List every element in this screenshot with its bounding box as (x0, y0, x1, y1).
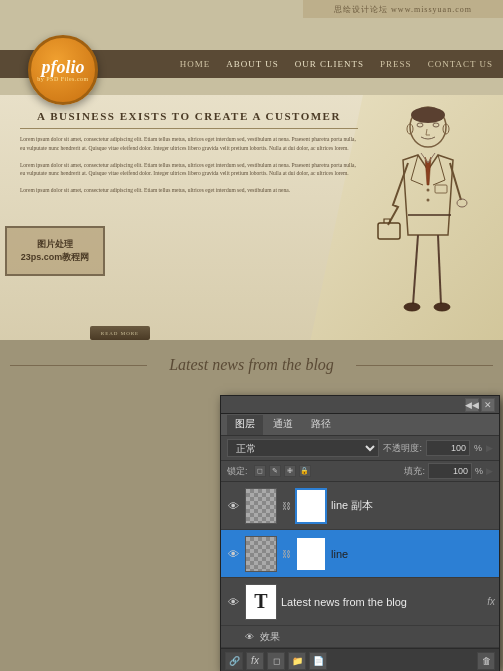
layer-name-line-copy: line 副本 (331, 498, 495, 513)
top-watermark: 思绘设计论坛 www.missyuan.com (303, 0, 503, 18)
blog-divider-right (356, 365, 493, 366)
ps-tabs: 图层 通道 路径 (221, 414, 499, 436)
effects-eye-icon[interactable]: 👁 (245, 632, 254, 642)
svg-point-15 (433, 123, 439, 127)
tab-paths[interactable]: 路径 (303, 415, 339, 435)
nav-press[interactable]: PRESS (380, 59, 412, 69)
svg-point-11 (427, 199, 430, 202)
layer-thumbs-line-copy: ⛓ (245, 488, 327, 524)
paragraph-3: Lorem ipsum dolor sit amet, consectetur … (20, 186, 358, 195)
lock-all-icon[interactable]: 🔒 (299, 465, 311, 477)
watermark-line2: 23ps.com教程网 (21, 251, 90, 264)
cta-label: READ MORE (101, 331, 139, 336)
text-layer-icon: T (245, 584, 277, 620)
svg-point-14 (417, 123, 423, 127)
fx-icon: fx (487, 596, 495, 607)
hero-body: Lorem ipsum dolor sit amet, consectetur … (20, 135, 358, 203)
link-layers-btn[interactable]: 🔗 (225, 652, 243, 670)
logo: pfolio by PSD Files.com (28, 35, 98, 105)
ps-titlebar: ◀◀ ✕ (221, 396, 499, 414)
nav-home[interactable]: HOME (180, 59, 211, 69)
svg-point-1 (411, 107, 445, 123)
watermark-text: 思绘设计论坛 www.missyuan.com (334, 4, 472, 15)
ps-close-btn[interactable]: ✕ (481, 398, 495, 412)
layer-row-text[interactable]: 👁 T Latest news from the blog fx (221, 578, 499, 626)
tab-channels[interactable]: 通道 (265, 415, 301, 435)
bottom-watermark-badge: 图片处理 23ps.com教程网 (5, 226, 105, 276)
blend-mode-select[interactable]: 正常 (227, 439, 379, 457)
watermark-line1: 图片处理 (37, 238, 73, 251)
website-mockup: 思绘设计论坛 www.missyuan.com pfolio by PSD Fi… (0, 0, 503, 390)
layer-visibility-line-copy[interactable]: 👁 (225, 498, 241, 514)
svg-point-3 (457, 199, 467, 207)
layer-name-text: Latest news from the blog (281, 596, 483, 608)
lock-label: 锁定: (227, 465, 248, 478)
layer-visibility-line[interactable]: 👁 (225, 546, 241, 562)
new-group-btn[interactable]: 📁 (288, 652, 306, 670)
opacity-arrow: ▶ (486, 443, 493, 453)
blog-divider-left (10, 365, 147, 366)
svg-line-4 (413, 235, 418, 305)
lock-move-icon[interactable]: ✙ (284, 465, 296, 477)
lock-brush-icon[interactable]: ✎ (269, 465, 281, 477)
layer-name-line: line (331, 548, 495, 560)
nav-about[interactable]: ABOUT US (226, 59, 279, 69)
tab-layers[interactable]: 图层 (227, 415, 263, 435)
layer-link-icon-2: ⛓ (279, 547, 293, 561)
nav-contact[interactable]: CONTACT US (428, 59, 493, 69)
fill-input[interactable] (428, 463, 472, 479)
layer-visibility-text[interactable]: 👁 (225, 594, 241, 610)
hero-headline: A BUSINESS EXISTS TO CREATE A CUSTOMER (20, 110, 358, 129)
logo-subtext: by PSD Files.com (37, 76, 89, 82)
layer-thumb-checker-1 (245, 488, 277, 524)
svg-rect-2 (378, 223, 400, 239)
lock-row: 锁定: ◻ ✎ ✙ 🔒 填充: % ▶ (221, 461, 499, 482)
lock-transparent-icon[interactable]: ◻ (254, 465, 266, 477)
add-style-btn[interactable]: fx (246, 652, 264, 670)
opacity-input[interactable] (426, 440, 470, 456)
fill-label: 填充: (404, 465, 425, 478)
ps-collapse-btn[interactable]: ◀◀ (465, 398, 479, 412)
effects-row: 👁 效果 (221, 626, 499, 648)
layers-list: 👁 ⛓ line 副本 👁 ⛓ line 👁 T Latest news fro… (221, 482, 499, 648)
photoshop-panel: ◀◀ ✕ 图层 通道 路径 正常 不透明度: % ▶ 锁定: ◻ ✎ ✙ 🔒 填… (220, 395, 500, 671)
ps-bottom-bar: 🔗 fx ◻ 📁 📄 🗑 (221, 648, 499, 671)
paragraph-2: Lorem ipsum dolor sit amet, consectetur … (20, 161, 358, 179)
add-mask-btn[interactable]: ◻ (267, 652, 285, 670)
cta-button[interactable]: READ MORE (90, 326, 150, 340)
blend-mode-row: 正常 不透明度: % ▶ (221, 436, 499, 461)
layer-thumb-white-1 (295, 488, 327, 524)
paragraph-1: Lorem ipsum dolor sit amet, consectetur … (20, 135, 358, 153)
layer-thumb-white-2 (295, 536, 327, 572)
svg-point-10 (427, 189, 430, 192)
svg-point-6 (404, 303, 420, 311)
logo-text: pfolio (42, 58, 85, 76)
opacity-label: 不透明度: (383, 442, 422, 455)
fill-percent: % (475, 466, 483, 476)
layer-row-line-copy[interactable]: 👁 ⛓ line 副本 (221, 482, 499, 530)
nav-clients[interactable]: OUR CLIENTS (295, 59, 364, 69)
fill-row: 填充: % ▶ (404, 463, 493, 479)
svg-rect-9 (435, 185, 447, 193)
fill-arrow: ▶ (486, 466, 493, 476)
delete-layer-btn[interactable]: 🗑 (477, 652, 495, 670)
blog-section: Latest news from the blog (0, 340, 503, 390)
layer-thumbs-line: ⛓ (245, 536, 327, 572)
layer-link-icon-1: ⛓ (279, 499, 293, 513)
layer-thumb-checker-2 (245, 536, 277, 572)
svg-point-7 (434, 303, 450, 311)
blog-title: Latest news from the blog (169, 356, 334, 374)
new-layer-btn[interactable]: 📄 (309, 652, 327, 670)
man-illustration (363, 105, 493, 335)
opacity-percent: % (474, 443, 482, 453)
lock-icons: ◻ ✎ ✙ 🔒 (254, 465, 311, 477)
layer-row-line[interactable]: 👁 ⛓ line (221, 530, 499, 578)
effects-label: 效果 (260, 630, 280, 644)
svg-line-5 (438, 235, 441, 305)
